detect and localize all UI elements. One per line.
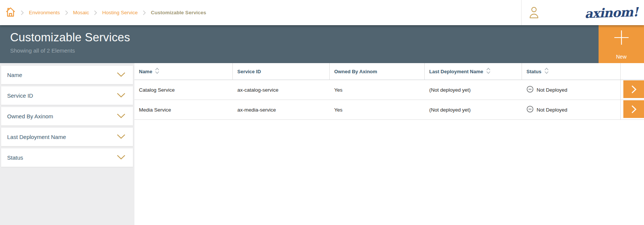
user-icon [529,14,539,20]
column-header-label: Owned By Axinom [334,69,377,74]
home-icon [5,6,16,19]
top-bar: Environments Mosaic Hosting Service Cust… [0,0,644,25]
cell-status: Not Deployed [522,100,621,120]
new-button[interactable]: New [599,25,644,63]
cell-owned-by-axinom: Yes [330,100,425,120]
breadcrumb-current: Customizable Services [151,10,206,15]
open-row-button[interactable] [623,80,644,98]
plus-icon [614,30,629,45]
breadcrumb-item-environments[interactable]: Environments [29,10,60,15]
column-header-status[interactable]: Status [522,63,621,80]
filter-label: Last Deployment Name [7,134,66,140]
page-subtitle: Showing all of 2 Elements [10,47,644,54]
minus-circle-icon [526,86,534,94]
column-header-label: Name [139,69,152,74]
chevron-down-icon [117,154,125,161]
cell-service-id: ax-media-service [233,100,330,120]
page-title: Customizable Services [10,31,644,44]
column-header-label: Last Deployment Name [429,69,483,74]
minus-circle-icon [526,106,534,114]
filter-card-owned-by-axinom[interactable]: Owned By Axinom [1,107,133,125]
filter-card-status[interactable]: Status [1,148,133,167]
cell-status: Not Deployed [522,80,621,100]
cell-service-id: ax-catalog-service [233,80,330,100]
cell-last-deployment-name: (Not deployed yet) [425,100,522,120]
status-label: Not Deployed [537,107,567,113]
cell-owned-by-axinom: Yes [330,80,425,100]
status-label: Not Deployed [537,87,567,93]
filter-label: Service ID [7,92,33,99]
filter-card-name[interactable]: Name [1,66,133,84]
chevron-down-icon [117,92,125,99]
axinom-logo[interactable]: axinom! [584,5,638,21]
column-header-last-deployment-name[interactable]: Last Deployment Name [425,63,522,80]
chevron-right-icon [631,105,637,114]
chevron-right-icon [631,85,637,94]
breadcrumb-item-mosaic[interactable]: Mosaic [73,10,89,15]
services-table: Name Service ID Owned By Axinom Last Dep… [134,63,644,225]
cell-actions [620,80,644,100]
column-header-service-id: Service ID [233,63,330,80]
column-header-label: Service ID [237,69,261,74]
filter-label: Owned By Axinom [7,113,53,119]
chevron-down-icon [117,134,125,140]
column-header-actions [621,63,644,80]
chevron-right-icon [94,10,97,15]
cell-last-deployment-name: (Not deployed yet) [425,80,522,100]
breadcrumb: Environments Mosaic Hosting Service Cust… [0,6,206,19]
chevron-down-icon [117,72,125,79]
page-header: Customizable Services Showing all of 2 E… [0,25,644,63]
chevron-right-icon [65,10,68,15]
chevron-right-icon [21,10,24,15]
cell-name: Catalog Service [134,80,233,100]
filter-card-service-id[interactable]: Service ID [1,86,133,105]
breadcrumb-home-link[interactable] [5,6,16,19]
table-grid: Name Service ID Owned By Axinom Last Dep… [134,63,644,120]
cell-name: Media Service [134,100,233,120]
open-row-button[interactable] [623,100,644,118]
filter-card-last-deployment-name[interactable]: Last Deployment Name [1,128,133,146]
cell-actions [620,100,644,120]
user-menu-button[interactable] [529,6,539,20]
filter-label: Name [7,72,22,78]
chevron-down-icon [117,113,125,120]
chevron-right-icon [143,10,146,15]
content: Name Service ID Owned By Axinom Last Dep… [0,63,644,225]
sort-icon [155,68,159,75]
breadcrumb-item-hosting-service[interactable]: Hosting Service [102,10,138,15]
filter-label: Status [7,154,23,161]
topbar-divider [521,0,522,25]
column-header-name[interactable]: Name [134,63,233,80]
column-header-label: Status [526,69,541,74]
column-header-owned-by-axinom: Owned By Axinom [330,63,425,80]
new-button-label: New [599,54,644,60]
sort-icon [544,68,549,75]
filter-sidebar: Name Service ID Owned By Axinom Last Dep… [0,63,134,225]
sort-icon [486,68,490,75]
